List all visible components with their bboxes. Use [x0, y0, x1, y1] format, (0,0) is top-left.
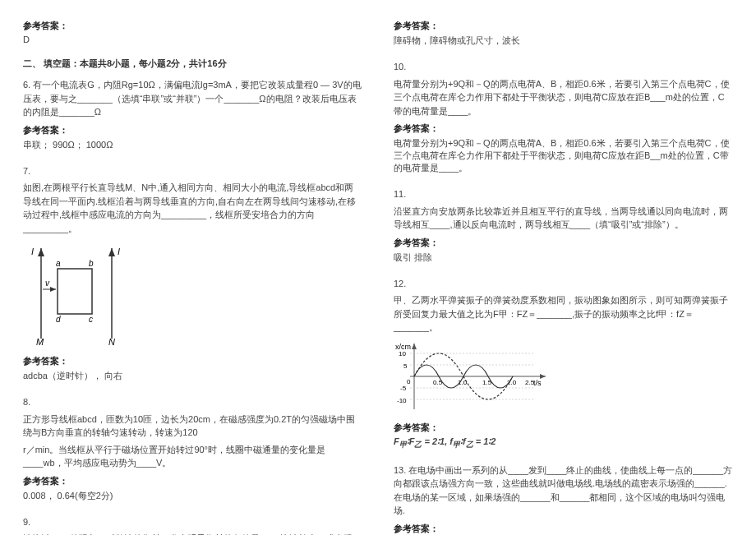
question-9: 9. 波绕过____的现象，叫做波的衍射，发生明显衍射的条件是____比波长小，…: [23, 515, 362, 536]
question-text: r／min。当线框从平行于磁场位置开始转过90°时，线圈中磁通量的变化量是___…: [23, 443, 362, 470]
answer-header: 参考答案：: [394, 122, 733, 135]
question-13: 13. 在电场中画出一系列的从____发到____终止的曲线，使曲线上每一点的_…: [394, 464, 733, 535]
svg-text:t/s: t/s: [533, 379, 542, 387]
answer-header: 参考答案：: [23, 124, 362, 136]
svg-text:N: N: [108, 337, 115, 347]
answer-header: 参考答案：: [394, 237, 733, 249]
question-number: 7.: [23, 164, 362, 178]
answer-header: 参考答案：: [394, 422, 733, 434]
svg-marker-19: [412, 344, 417, 349]
answer-body: 障碍物，障碍物或孔尺寸，波长: [394, 35, 733, 47]
question-text: 正方形导线框abcd，匝数为10匝，边长为20cm，在磁感强度为0.2T的匀强磁…: [23, 413, 362, 440]
question-text: 13. 在电场中画出一系列的从____发到____终止的曲线，使曲线上每一点的_…: [394, 464, 733, 518]
svg-text:2.5: 2.5: [525, 379, 535, 386]
question-11: 11. 沿竖直方向安放两条比较靠近并且相互平行的直导线，当两导线通以同向电流时，…: [394, 187, 733, 269]
svg-marker-2: [38, 248, 44, 256]
question-text: 6. 有一个电流表G，内阻Rg=10Ω，满偏电流Ig=3mA，要把它改装成量程0…: [23, 78, 362, 119]
ratio-text: F: [394, 436, 399, 446]
oscillation-chart: x/cm 10 5 0 -5 -10 t/s 0.5 1.0 1.5 2.0 2…: [394, 339, 733, 415]
question-number: 8.: [23, 395, 362, 409]
question-6: 6. 有一个电流表G，内阻Rg=10Ω，满偏电流Ig=3mA，要把它改装成量程0…: [23, 78, 362, 156]
answer-body: 0.008， 0.64(每空2分): [23, 490, 362, 502]
question-number: 10.: [394, 60, 733, 74]
answer-block-5: 参考答案： D: [23, 15, 362, 49]
ratio-text: = 2∶1, f: [422, 436, 453, 446]
svg-text:5: 5: [403, 362, 408, 370]
question-10: 10. 电荷量分别为+9Q和－Q的两点电荷A、B，相距0.6米，若要引入第三个点…: [394, 60, 733, 179]
svg-text:v: v: [45, 279, 50, 288]
answer-body: D: [23, 35, 362, 44]
question-text: 沿竖直方向安放两条比较靠近并且相互平行的直导线，当两导线通以同向电流时，两导线相…: [394, 205, 733, 232]
svg-text:10: 10: [399, 350, 406, 357]
question-12: 12. 甲、乙两水平弹簧振子的弹簧劲度系数相同，振动图象如图所示，则可知两弹簧振…: [394, 277, 733, 455]
sub: 甲: [399, 440, 407, 449]
sub: 甲: [453, 440, 460, 449]
answer-body: adcba（逆时针）， 向右: [23, 370, 362, 382]
answer-body: 吸引 排除: [394, 251, 733, 264]
svg-text:0: 0: [407, 378, 411, 385]
svg-marker-3: [108, 248, 115, 256]
sub: 乙: [466, 440, 473, 449]
answer-body: 电荷量分别为+9Q和－Q的两点电荷A、B，相距0.6米，若要引入第三个点电荷C，…: [394, 137, 733, 174]
svg-text:I: I: [31, 247, 34, 256]
svg-text:-10: -10: [397, 397, 407, 404]
ratio-text: ∶F: [407, 436, 415, 446]
question-text: 电荷量分别为+9Q和－Q的两点电荷A、B，相距0.6米，若要引入第三个点电荷C，…: [394, 77, 733, 118]
answer-header: 参考答案：: [394, 523, 733, 535]
left-column: 参考答案： D 二、 填空题：本题共8小题，每小题2分，共计16分 6. 有一个…: [23, 15, 362, 520]
answer-body: 串联； 990Ω； 1000Ω: [23, 139, 362, 151]
ratio-text: ∶f: [460, 436, 466, 446]
svg-text:I: I: [118, 247, 120, 256]
question-8: 8. 正方形导线框abcd，匝数为10匝，边长为20cm，在磁感强度为0.2T的…: [23, 395, 362, 507]
question-text: 波绕过____的现象，叫做波的衍射，发生明显衍射的条件是____比波长小，或者跟…: [23, 532, 362, 535]
svg-text:a: a: [56, 259, 61, 268]
svg-text:c: c: [89, 315, 93, 324]
answer-header: 参考答案：: [394, 20, 733, 32]
svg-text:-5: -5: [400, 385, 407, 392]
answer-header: 参考答案：: [23, 475, 362, 487]
answer-header: 参考答案：: [23, 355, 362, 367]
section-2-header: 二、 填空题：本题共8小题，每小题2分，共计16分: [23, 58, 362, 70]
question-number: 9.: [23, 515, 362, 529]
svg-text:M: M: [36, 337, 44, 347]
answer-header: 参考答案：: [23, 20, 362, 32]
svg-text:d: d: [56, 315, 61, 324]
svg-rect-8: [58, 269, 92, 314]
question-number: 12.: [394, 277, 733, 291]
right-column: 参考答案： 障碍物，障碍物或孔尺寸，波长 10. 电荷量分别为+9Q和－Q的两点…: [394, 15, 733, 520]
ratio-text: = 1∶2: [473, 436, 496, 446]
svg-text:b: b: [89, 259, 94, 268]
question-7: 7. 如图,在两根平行长直导线M、N中,通入相同方向、相同大小的电流,导线框ab…: [23, 164, 362, 388]
svg-marker-14: [50, 287, 56, 292]
question-text: 如图,在两根平行长直导线M、N中,通入相同方向、相同大小的电流,导线框abcd和…: [23, 181, 362, 235]
answer-block-9: 参考答案： 障碍物，障碍物或孔尺寸，波长: [394, 15, 733, 52]
question-text: 甲、乙两水平弹簧振子的弹簧劲度系数相同，振动图象如图所示，则可知两弹簧振子所受回…: [394, 293, 733, 334]
answer-body: F甲∶F乙 = 2∶1, f甲∶f乙 = 1∶2: [394, 436, 733, 450]
circuit-diagram: I I M N a b c d v: [23, 240, 362, 348]
question-number: 11.: [394, 187, 733, 201]
